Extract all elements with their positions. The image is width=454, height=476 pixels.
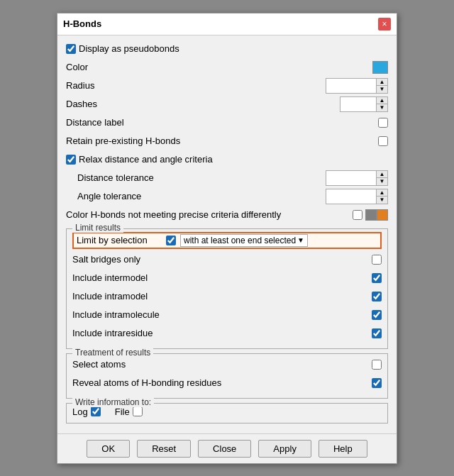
dashes-spinbox[interactable]: 6 ▲ ▼ [340,96,388,112]
retain-preexisting-checkbox[interactable] [378,136,388,146]
dashes-row: Dashes 6 ▲ ▼ [66,96,388,112]
salt-bridges-checkbox[interactable] [372,255,382,265]
include-intraresidue-row: Include intraresidue [72,326,382,341]
limit-results-group: Limit results Limit by selection with at… [66,228,388,349]
distance-tolerance-spin-buttons: ▲ ▼ [376,171,387,185]
limit-by-selection-checkbox[interactable] [166,236,176,245]
radius-down-button[interactable]: ▼ [376,86,387,93]
log-checkbox[interactable] [91,406,101,416]
log-item: Log [72,406,101,417]
file-label: File [115,406,130,417]
angle-tolerance-down-button[interactable]: ▼ [376,197,387,204]
select-atoms-label: Select atoms [72,359,372,370]
radius-up-button[interactable]: ▲ [376,79,387,86]
color-hbonds-row: Color H-bonds not meeting precise criter… [66,207,388,223]
angle-tolerance-row: Angle tolerance 20.000° ▲ ▼ [77,189,388,204]
include-intermodel-checkbox[interactable] [372,273,382,283]
close-button[interactable]: Close [198,440,251,458]
display-pseudobonds-checkbox[interactable] [66,44,76,54]
retain-preexisting-label: Retain pre-existing H-bonds [66,135,378,146]
write-info-group: Write information to: Log File [66,403,388,424]
relax-criteria-checkbox[interactable] [66,155,76,165]
treatment-results-group: Treatment of results Select atoms Reveal… [66,353,388,399]
radius-spinbox[interactable]: 0.075Å ▲ ▼ [326,78,388,94]
dialog-content: Display as pseudobonds Color Radius 0.07… [57,35,397,433]
color-row: Color [66,60,388,75]
treatment-results-title: Treatment of results [72,348,153,358]
radius-input[interactable]: 0.075Å [326,79,376,92]
limit-results-title: Limit results [72,223,123,233]
limit-by-selection-row: Limit by selection with at least one end… [72,232,382,249]
display-pseudobonds-label: Display as pseudobonds [79,43,179,54]
dashes-label: Dashes [66,99,340,109]
reset-button[interactable]: Reset [137,440,191,458]
dashes-up-button[interactable]: ▲ [376,97,387,104]
include-intermodel-row: Include intermodel [72,270,382,286]
include-intramolecule-row: Include intramolecule [72,307,382,323]
distance-tolerance-down-button[interactable]: ▼ [376,178,387,185]
include-intramodel-label: Include intramodel [72,291,372,301]
distance-label-checkbox[interactable] [378,118,388,128]
file-item: File [115,406,143,417]
title-bar: H-Bonds × [57,13,397,35]
color-label: Color [66,62,372,72]
limit-dropdown-value: with at least one end selected [184,236,296,245]
radius-spin-buttons: ▲ ▼ [376,79,387,93]
hbonds-dialog: H-Bonds × Display as pseudobonds Color R… [57,13,397,464]
distance-tolerance-row: Distance tolerance 0.400Å ▲ ▼ [77,170,388,186]
salt-bridges-row: Salt bridges only [72,252,382,267]
angle-tolerance-label: Angle tolerance [77,191,326,201]
reveal-atoms-row: Reveal atoms of H-bonding residues [72,375,382,391]
dialog-title: H-Bonds [63,18,101,29]
include-intraresidue-checkbox[interactable] [372,328,382,338]
dialog-footer: OK Reset Close Apply Help [57,433,397,463]
relax-criteria-label: Relax distance and angle criteria [79,154,213,165]
ok-button[interactable]: OK [87,440,130,458]
select-atoms-row: Select atoms [72,357,382,372]
include-intramodel-checkbox[interactable] [372,292,382,301]
color-hbonds-swatch1[interactable] [365,209,377,221]
retain-preexisting-row: Retain pre-existing H-bonds [66,133,388,149]
limit-dropdown[interactable]: with at least one end selected ▼ [180,234,308,247]
select-atoms-checkbox[interactable] [372,360,382,370]
apply-button[interactable]: Apply [258,440,311,458]
color-swatch[interactable] [372,61,388,74]
write-info-title: Write information to: [72,397,154,407]
include-intraresidue-label: Include intraresidue [72,328,372,338]
distance-label-text: Distance label [66,117,378,128]
close-icon[interactable]: × [378,18,391,31]
relax-criteria-row: Relax distance and angle criteria [66,152,388,167]
distance-tolerance-spinbox[interactable]: 0.400Å ▲ ▼ [326,170,388,186]
limit-by-selection-label: Limit by selection [77,235,162,245]
include-intramolecule-label: Include intramolecule [72,309,372,320]
help-button[interactable]: Help [319,440,367,458]
reveal-atoms-label: Reveal atoms of H-bonding residues [72,377,372,388]
file-checkbox[interactable] [133,406,143,416]
dropdown-arrow-icon: ▼ [297,236,304,244]
include-intramodel-row: Include intramodel [72,289,382,304]
angle-tolerance-up-button[interactable]: ▲ [376,189,387,197]
dashes-down-button[interactable]: ▼ [376,104,387,111]
include-intermodel-label: Include intermodel [72,272,372,283]
angle-tolerance-input[interactable]: 20.000° [326,190,376,202]
dashes-input[interactable]: 6 [340,98,376,110]
include-intramolecule-checkbox[interactable] [372,310,382,320]
angle-tolerance-spin-buttons: ▲ ▼ [376,189,387,204]
color-hbonds-swatch2[interactable] [377,209,388,221]
distance-label-row: Distance label [66,115,388,131]
reveal-atoms-checkbox[interactable] [372,378,382,388]
radius-label: Radius [66,80,326,91]
color-hbonds-swatches [365,209,388,221]
distance-tolerance-label: Distance tolerance [77,172,326,183]
log-file-row: Log File [72,406,382,417]
radius-row: Radius 0.075Å ▲ ▼ [66,78,388,94]
display-pseudobonds-row: Display as pseudobonds [66,41,388,57]
salt-bridges-label: Salt bridges only [72,254,372,265]
angle-tolerance-spinbox[interactable]: 20.000° ▲ ▼ [326,189,388,204]
color-hbonds-checkbox[interactable] [353,210,362,220]
distance-tolerance-input[interactable]: 0.400Å [326,172,376,184]
color-hbonds-label: Color H-bonds not meeting precise criter… [66,209,353,220]
dashes-spin-buttons: ▲ ▼ [376,97,387,111]
log-label: Log [72,406,88,417]
distance-tolerance-up-button[interactable]: ▲ [376,171,387,178]
